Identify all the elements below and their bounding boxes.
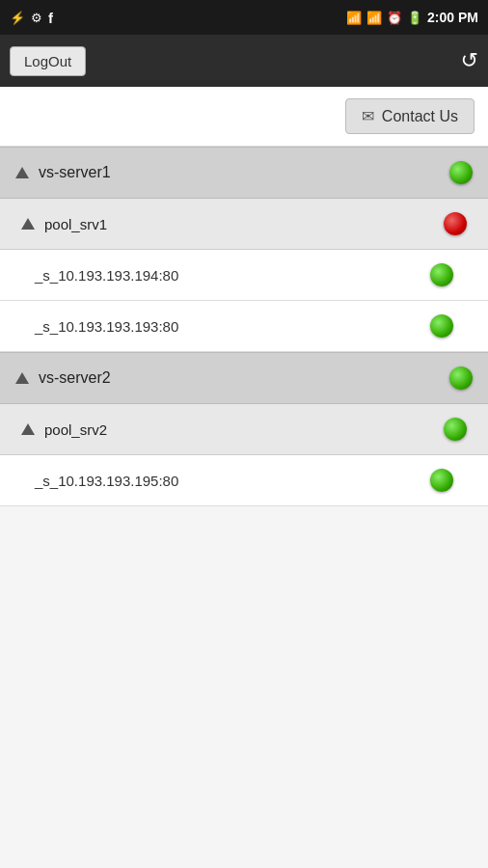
logout-button[interactable]: LogOut bbox=[10, 46, 86, 76]
refresh-button[interactable]: ↻ bbox=[461, 48, 478, 73]
pool-name-0-0: pool_srv1 bbox=[44, 216, 107, 232]
status-bar-left: ⚡ ⚙ f bbox=[10, 10, 53, 26]
refresh-icon: ↻ bbox=[461, 48, 478, 73]
server-status-dot-1 bbox=[449, 366, 473, 390]
facebook-icon: f bbox=[48, 10, 53, 26]
child-status-dot-0-0-1 bbox=[430, 314, 453, 338]
action-bar: LogOut ↻ bbox=[0, 35, 488, 87]
wifi-icon: 📶 bbox=[346, 11, 362, 25]
server-name-0: vs-server1 bbox=[39, 164, 111, 181]
pool-name-1-0: pool_srv2 bbox=[44, 421, 107, 438]
server-label-1: vs-server2 bbox=[15, 369, 111, 387]
server-list: vs-server1 pool_srv1 _s_10.193.193.194:8… bbox=[0, 147, 488, 506]
status-bar: ⚡ ⚙ f 📶 📶 ⏰ 🔋 2:00 PM bbox=[0, 0, 488, 35]
status-time: 2:00 PM bbox=[427, 10, 478, 25]
pool-row-0-0[interactable]: pool_srv1 bbox=[0, 199, 488, 250]
settings-icon: ⚙ bbox=[31, 11, 42, 25]
pool-expand-icon-0-0 bbox=[21, 218, 35, 230]
contact-area: ✉ Contact Us bbox=[0, 87, 488, 147]
alarm-icon: ⏰ bbox=[387, 11, 402, 25]
server-status-dot-0 bbox=[449, 161, 473, 184]
status-bar-right: 📶 📶 ⏰ 🔋 2:00 PM bbox=[346, 10, 478, 25]
server-row-0[interactable]: vs-server1 bbox=[0, 147, 488, 199]
expand-icon-1 bbox=[15, 372, 29, 384]
pool-status-dot-0-0 bbox=[444, 212, 467, 235]
server-row-1[interactable]: vs-server2 bbox=[0, 352, 488, 404]
signal-icon: 📶 bbox=[366, 11, 382, 25]
usb-icon: ⚡ bbox=[10, 11, 25, 25]
server-name-1: vs-server2 bbox=[39, 369, 111, 387]
child-name-1-0-0: _s_10.193.193.195:80 bbox=[35, 473, 178, 489]
child-status-dot-0-0-0 bbox=[430, 263, 453, 286]
child-row-0-0-1[interactable]: _s_10.193.193.193:80 bbox=[0, 301, 488, 352]
server-label-0: vs-server1 bbox=[15, 164, 111, 181]
pool-row-1-0[interactable]: pool_srv2 bbox=[0, 404, 488, 455]
pool-label-0-0: pool_srv1 bbox=[21, 216, 107, 232]
child-name-0-0-1: _s_10.193.193.193:80 bbox=[35, 318, 178, 335]
expand-icon-0 bbox=[15, 167, 29, 178]
child-row-0-0-0[interactable]: _s_10.193.193.194:80 bbox=[0, 250, 488, 301]
battery-icon: 🔋 bbox=[407, 11, 422, 25]
contact-us-button[interactable]: ✉ Contact Us bbox=[345, 98, 474, 134]
child-name-0-0-0: _s_10.193.193.194:80 bbox=[35, 267, 178, 284]
pool-label-1-0: pool_srv2 bbox=[21, 421, 107, 438]
envelope-icon: ✉ bbox=[362, 107, 374, 125]
child-row-1-0-0[interactable]: _s_10.193.193.195:80 bbox=[0, 455, 488, 506]
child-status-dot-1-0-0 bbox=[430, 469, 453, 492]
pool-status-dot-1-0 bbox=[444, 418, 467, 441]
pool-expand-icon-1-0 bbox=[21, 423, 35, 435]
contact-us-label: Contact Us bbox=[382, 108, 458, 125]
